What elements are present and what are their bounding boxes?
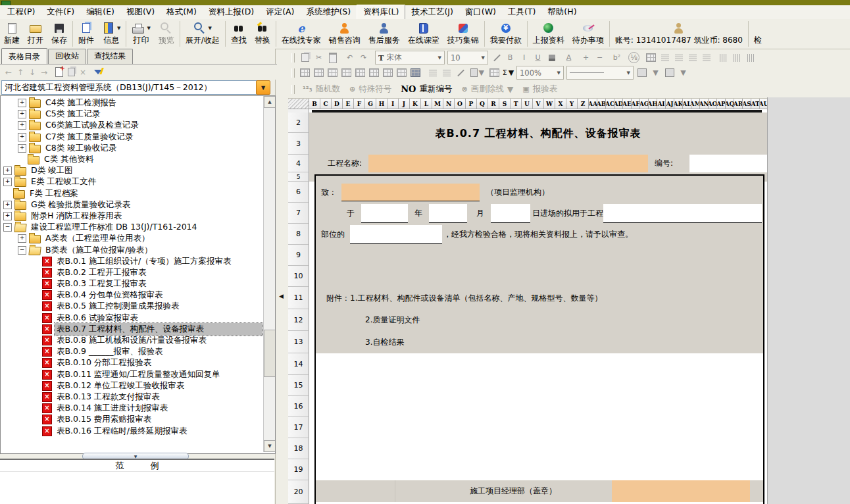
tree-item[interactable]: ×表B.0.10 分部工程报验表 bbox=[1, 357, 262, 368]
column-header[interactable]: AG bbox=[640, 99, 649, 109]
select-all-corner[interactable] bbox=[288, 99, 309, 109]
tree-item[interactable]: ×表B.0.5 施工控制测量成果报验表 bbox=[1, 301, 262, 312]
after-sales-button[interactable]: 售后服务 bbox=[364, 19, 404, 49]
draw-pen-icon[interactable] bbox=[453, 66, 467, 79]
expand-toggle-icon[interactable]: + bbox=[3, 178, 12, 186]
row-header[interactable]: 11 bbox=[288, 287, 309, 309]
font-family-select[interactable]: T 宋体 ▼ bbox=[375, 51, 445, 64]
row-header[interactable]: 6 bbox=[288, 182, 309, 203]
find-button[interactable]: 查找 bbox=[227, 19, 251, 49]
column-header[interactable]: C bbox=[320, 99, 332, 109]
tips-button[interactable]: 技巧集锦 bbox=[443, 19, 483, 49]
font-size-select[interactable]: 10 ▼ bbox=[447, 51, 488, 64]
standard-select[interactable]: 河北省建筑工程资料管理系统（DB13(J)/T145－2012） bbox=[1, 80, 262, 95]
font-color-icon[interactable]: A bbox=[562, 51, 576, 64]
row-header[interactable]: 13 bbox=[288, 331, 309, 353]
new-button[interactable]: 新建 bbox=[0, 19, 24, 49]
tab-form-catalog[interactable]: 表格目录 bbox=[1, 48, 47, 64]
expand-toggle-icon[interactable]: + bbox=[3, 201, 12, 209]
row-header[interactable]: 16 bbox=[288, 396, 309, 417]
zoom-in-icon[interactable]: + bbox=[579, 51, 593, 64]
blank-area[interactable] bbox=[316, 353, 763, 480]
column-header[interactable]: AH bbox=[649, 99, 657, 109]
expand-toggle-icon[interactable]: − bbox=[3, 223, 12, 232]
split-table-icon[interactable] bbox=[367, 66, 381, 79]
filter-icon[interactable] bbox=[92, 66, 104, 78]
online-expert-button[interactable]: 在线找专家 bbox=[278, 19, 325, 49]
tree-item[interactable]: ×表B.0.11 监理通知/工程质量整改通知回复单 bbox=[1, 369, 262, 380]
vertical-text-icon[interactable] bbox=[716, 51, 730, 64]
footer-stamp-field[interactable] bbox=[612, 480, 750, 502]
column-header[interactable]: X bbox=[555, 99, 566, 109]
number-field[interactable] bbox=[689, 155, 767, 172]
toolbar-grip[interactable] bbox=[291, 68, 295, 78]
tree-item[interactable]: ×表B.0.4 分包单位资格报审表 bbox=[1, 290, 262, 301]
add-node-icon[interactable] bbox=[53, 66, 65, 78]
payment-button[interactable]: 我要付款 bbox=[486, 19, 526, 49]
dropdown-arrow-icon[interactable]: ▼ bbox=[209, 26, 212, 31]
tree-item[interactable]: ×表B.0.16 工程临时/最终延期报审表 bbox=[1, 425, 262, 436]
tab-search-results[interactable]: 查找结果 bbox=[87, 49, 133, 64]
menu-format[interactable]: 格式(M) bbox=[161, 5, 203, 19]
row-header[interactable]: 9 bbox=[288, 245, 309, 266]
tree-item[interactable]: ×表B.0.9 ______报审、报验表 bbox=[1, 346, 262, 357]
menu-window[interactable]: 窗口(W) bbox=[459, 5, 502, 19]
page-align-icon[interactable] bbox=[644, 51, 658, 64]
align-center-icon[interactable] bbox=[672, 51, 686, 64]
bold-icon[interactable]: B bbox=[503, 51, 517, 64]
addressee-field[interactable] bbox=[341, 184, 480, 201]
expand-toggle-icon[interactable]: + bbox=[18, 110, 26, 118]
fill-color-picker[interactable] bbox=[662, 66, 676, 79]
strikeline-button[interactable]: ⊗画删除线▼ bbox=[457, 82, 518, 96]
tree-item[interactable]: ×表B.0.6 试验室报审表 bbox=[1, 313, 262, 324]
column-header[interactable]: AL bbox=[683, 99, 691, 109]
menu-library[interactable]: 资料库(L) bbox=[357, 5, 405, 20]
menu-view[interactable]: 视图(V) bbox=[120, 5, 161, 19]
fill-down-icon[interactable] bbox=[381, 66, 395, 79]
standard-select-dropdown-button[interactable]: ▼ bbox=[256, 80, 270, 95]
column-header[interactable]: Y bbox=[566, 99, 578, 109]
toolbar-grip[interactable] bbox=[291, 53, 295, 63]
border-grid-icon[interactable] bbox=[488, 66, 501, 79]
tree-item[interactable]: −B类表（施工单位报审/验表） bbox=[1, 244, 262, 255]
info-button[interactable]: ▼信息 bbox=[98, 19, 124, 49]
tree-item[interactable]: ×表B.0.14 施工进度计划报审表 bbox=[1, 403, 262, 414]
menu-data-report[interactable]: 资料上报(D) bbox=[203, 5, 260, 19]
project-name-field[interactable] bbox=[368, 155, 648, 172]
tree-item[interactable]: ×表B.0.3 工程复工报审表 bbox=[1, 278, 262, 290]
cut-icon[interactable]: ✂ bbox=[312, 51, 326, 64]
dropdown-arrow-icon[interactable]: ▼ bbox=[147, 26, 150, 31]
todo-button[interactable]: 待办事项 bbox=[568, 19, 608, 49]
column-header[interactable]: D bbox=[332, 99, 343, 109]
menu-help[interactable]: 帮助(H) bbox=[541, 5, 582, 19]
chevron-down-icon[interactable]: ▼ bbox=[676, 66, 690, 79]
preview-button[interactable]: 预览 bbox=[155, 19, 178, 49]
scrollbar-thumb[interactable] bbox=[264, 330, 276, 377]
column-header[interactable]: T bbox=[511, 99, 522, 109]
row-header[interactable]: 15 bbox=[288, 375, 309, 396]
column-header[interactable]: AT bbox=[751, 99, 760, 109]
format-brush-icon[interactable] bbox=[489, 51, 503, 64]
zoom-out-icon[interactable]: − bbox=[593, 51, 607, 64]
row-header[interactable]: 4 bbox=[288, 155, 309, 172]
menu-project[interactable]: 工程(P) bbox=[1, 5, 41, 19]
column-header[interactable]: AE bbox=[623, 99, 632, 109]
expand-toggle-icon[interactable]: + bbox=[18, 133, 26, 141]
expand-toggle-icon[interactable]: + bbox=[3, 212, 12, 220]
menu-file[interactable]: 文件(F) bbox=[41, 5, 80, 19]
line-style-select[interactable]: ▼ bbox=[566, 66, 634, 80]
menu-technology[interactable]: 技术工艺(J) bbox=[405, 5, 459, 19]
protect-cell-icon[interactable] bbox=[409, 66, 422, 79]
column-header[interactable]: S bbox=[499, 99, 511, 109]
sales-consult-button[interactable]: 销售咨询 bbox=[325, 19, 364, 49]
expand-collapse-button[interactable]: ▼展开/收起 bbox=[182, 19, 224, 49]
column-header[interactable]: AD bbox=[614, 99, 623, 109]
column-header[interactable]: I bbox=[388, 99, 399, 109]
tree-item[interactable]: −建设工程监理工作标准 DB 13(J)/T161-2014 bbox=[1, 222, 262, 233]
paste-icon[interactable] bbox=[326, 51, 339, 64]
date-month-field[interactable] bbox=[429, 204, 467, 223]
column-header[interactable]: V bbox=[533, 99, 544, 109]
tree-item[interactable]: +C5类 施工记录 bbox=[1, 109, 262, 120]
zoom-select[interactable]: 100% ▼ bbox=[516, 66, 564, 80]
column-header[interactable]: N bbox=[443, 99, 455, 109]
